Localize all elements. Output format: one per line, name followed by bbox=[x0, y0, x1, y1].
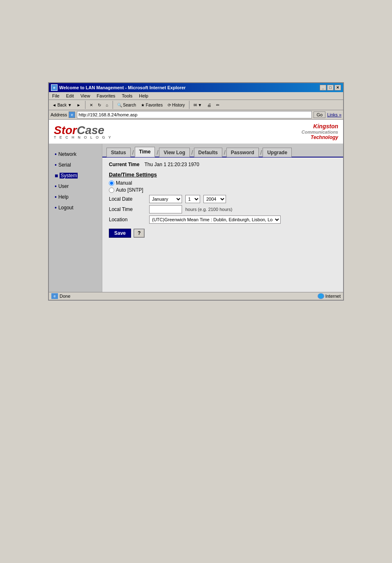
storcase-case: Case bbox=[77, 124, 104, 137]
sidebar-item-network[interactable]: • Network bbox=[49, 149, 102, 160]
ie-title-icon: e bbox=[51, 84, 58, 91]
radio-auto-row: Auto [SNTP] bbox=[109, 187, 337, 193]
forward-button[interactable]: ► bbox=[75, 102, 83, 108]
menu-favorites[interactable]: Favorites bbox=[95, 93, 117, 99]
tab-viewlog[interactable]: View Log bbox=[159, 148, 189, 157]
kingston-line2: Communications bbox=[302, 130, 338, 134]
local-time-input[interactable] bbox=[149, 205, 182, 213]
logout-bullet: • bbox=[55, 204, 57, 211]
address-label: Address bbox=[51, 112, 67, 117]
links-button[interactable]: Links » bbox=[327, 112, 341, 117]
menu-view[interactable]: View bbox=[79, 93, 92, 99]
sidebar-item-serial[interactable]: • Serial bbox=[49, 160, 102, 170]
kingston-logo: Kingston Communications Technology bbox=[302, 123, 338, 140]
mail-button[interactable]: ✉ ▼ bbox=[192, 102, 204, 108]
location-select[interactable]: (UTC)Greenwich Mean Time : Dublin, Edinb… bbox=[149, 215, 281, 224]
network-link[interactable]: Network bbox=[58, 151, 76, 157]
menu-help[interactable]: Help bbox=[137, 93, 150, 99]
sidebar-item-logout[interactable]: • Logout bbox=[49, 202, 102, 213]
print-button[interactable]: 🖨 bbox=[205, 102, 213, 108]
window-title: Welcome to LAN Management - Microsoft In… bbox=[59, 85, 186, 90]
status-right: 🌐 Internet bbox=[318, 293, 341, 299]
status-text: Done bbox=[60, 294, 70, 299]
tab-upgrade[interactable]: Upgrade bbox=[263, 148, 292, 157]
search-button[interactable]: 🔍 Search bbox=[115, 102, 138, 108]
help-bullet: • bbox=[55, 194, 57, 200]
tabs-bar: Status / Time / View Log / Defaults / Pa… bbox=[102, 144, 343, 158]
restore-button[interactable]: □ bbox=[327, 85, 334, 90]
menu-edit[interactable]: Edit bbox=[65, 93, 76, 99]
refresh-button[interactable]: ↻ bbox=[96, 102, 103, 108]
save-button[interactable]: Save bbox=[109, 229, 131, 238]
sidebar-item-user[interactable]: • User bbox=[49, 181, 102, 192]
ie-menubar: File Edit View Favorites Tools Help bbox=[49, 92, 343, 100]
month-select[interactable]: January February March April May June Ju… bbox=[149, 195, 182, 203]
location-label: Location bbox=[109, 217, 146, 222]
system-bullet: ■ bbox=[55, 172, 58, 179]
storcase-tech: T E C H N O L O G Y bbox=[54, 135, 112, 139]
storcase-logo: StorCase T E C H N O L O G Y bbox=[54, 124, 112, 139]
edit-button[interactable]: ✏ bbox=[214, 102, 221, 108]
close-button[interactable]: ✕ bbox=[334, 85, 341, 90]
user-link[interactable]: User bbox=[58, 183, 69, 189]
zone-text: Internet bbox=[325, 294, 341, 299]
page-body: • Network • Serial ■ System • User bbox=[49, 144, 343, 292]
sidebar-item-help[interactable]: • Help bbox=[49, 192, 102, 202]
go-button[interactable]: Go bbox=[314, 111, 325, 118]
tab-password[interactable]: Password bbox=[226, 148, 259, 157]
minimize-button[interactable]: _ bbox=[320, 85, 326, 90]
system-link[interactable]: System bbox=[60, 173, 78, 178]
ie-titlebar: e Welcome to LAN Management - Microsoft … bbox=[49, 83, 343, 92]
local-time-hint: hours (e.g. 2100 hours) bbox=[185, 207, 232, 212]
menu-tools[interactable]: Tools bbox=[120, 93, 134, 99]
radio-auto-label: Auto [SNTP] bbox=[116, 187, 143, 193]
home-button[interactable]: ⌂ bbox=[104, 102, 110, 108]
help-link[interactable]: Help bbox=[58, 194, 69, 200]
tab-time[interactable]: Time bbox=[135, 147, 155, 157]
current-time-label: Current Time bbox=[109, 162, 139, 167]
network-bullet: • bbox=[55, 151, 57, 158]
sidebar: • Network • Serial ■ System • User bbox=[49, 144, 102, 292]
titlebar-buttons: _ □ ✕ bbox=[320, 85, 341, 90]
ie-toolbar: ◄ Back ▼ ► ✕ ↻ ⌂ 🔍 Search ★ Favorites ⟳ … bbox=[49, 100, 343, 110]
favorites-button[interactable]: ★ Favorites bbox=[139, 102, 164, 108]
toolbar-separator-3 bbox=[189, 101, 189, 109]
tab-status[interactable]: Status bbox=[106, 148, 131, 157]
kingston-line1: Kingston bbox=[302, 123, 338, 130]
ie-addressbar: Address e Go Links » bbox=[49, 110, 343, 120]
radio-manual-row: Manual bbox=[109, 180, 337, 186]
day-select[interactable]: 12345 678910 15202531 bbox=[185, 195, 200, 203]
titlebar-left: e Welcome to LAN Management - Microsoft … bbox=[51, 84, 186, 91]
address-input[interactable] bbox=[77, 111, 312, 118]
address-icon: e bbox=[69, 111, 75, 118]
tab-slash-5: / bbox=[260, 149, 263, 156]
sidebar-item-system[interactable]: ■ System bbox=[49, 170, 102, 181]
radio-auto[interactable] bbox=[109, 188, 114, 193]
form-content: Current Time Thu Jan 1 21:20:23 1970 Dat… bbox=[102, 158, 343, 242]
back-button[interactable]: ◄ Back ▼ bbox=[51, 102, 74, 108]
ie-content: StorCase T E C H N O L O G Y Kingston Co… bbox=[49, 120, 343, 292]
location-row: Location (UTC)Greenwich Mean Time : Dubl… bbox=[109, 215, 337, 224]
local-time-label: Local Time bbox=[109, 206, 146, 212]
tab-defaults[interactable]: Defaults bbox=[194, 148, 222, 157]
history-button[interactable]: ⟳ History bbox=[166, 102, 187, 108]
radio-manual-label: Manual bbox=[116, 180, 132, 186]
kingston-line3: Technology bbox=[302, 134, 338, 140]
tab-slash-2: / bbox=[156, 149, 159, 156]
current-time-value: Thu Jan 1 21:20:23 1970 bbox=[144, 162, 199, 167]
help-button[interactable]: ? bbox=[134, 229, 145, 238]
year-select[interactable]: 2004 2005 2006 2007 2008 bbox=[203, 195, 226, 203]
logout-link[interactable]: Logout bbox=[58, 205, 74, 211]
storcase-stor: Stor bbox=[54, 124, 77, 137]
serial-link[interactable]: Serial bbox=[58, 162, 71, 168]
local-date-label: Local Date bbox=[109, 196, 146, 202]
toolbar-separator-1 bbox=[85, 101, 85, 109]
radio-manual[interactable] bbox=[109, 181, 114, 186]
status-zone: 🌐 Internet bbox=[318, 293, 341, 299]
datetime-section-title: Date/Time Settings bbox=[109, 171, 337, 178]
menu-file[interactable]: File bbox=[51, 93, 61, 99]
outer-page: e Welcome to LAN Management - Microsoft … bbox=[0, 0, 392, 309]
status-left: e Done bbox=[51, 293, 70, 299]
zone-icon: 🌐 bbox=[318, 293, 324, 299]
stop-button[interactable]: ✕ bbox=[88, 102, 95, 108]
